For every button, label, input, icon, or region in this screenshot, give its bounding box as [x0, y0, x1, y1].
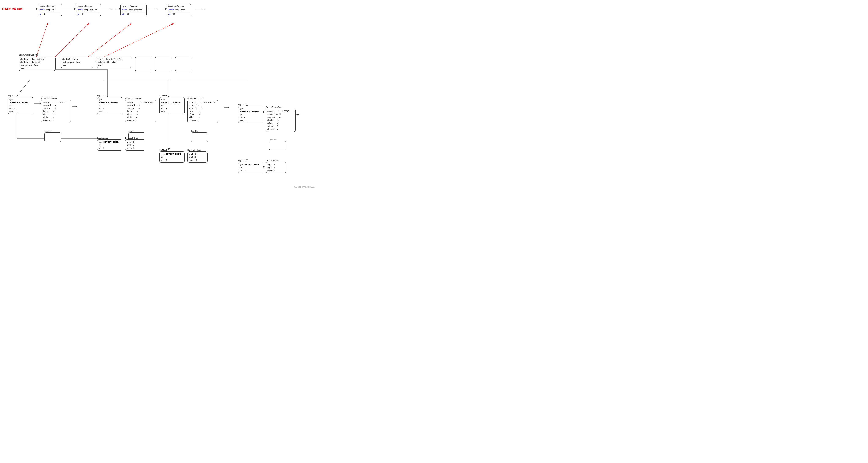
- dcd4-depth: depth 0: [268, 119, 294, 122]
- detect-content-data-4-label: DetectContentData: [266, 106, 282, 108]
- sig-init-data-box-1: id g_http_method_buffer_id id g_http_uri…: [19, 57, 56, 71]
- watermark: CSDN @haclee001: [294, 185, 314, 188]
- detect-content-data-2-label: DetectContentData: [125, 97, 142, 99]
- sm2-idx: idx 2: [99, 107, 121, 110]
- sigmatch5-label: SigMatch: [159, 149, 167, 151]
- sig-init2-field-2: multi_capable false: [62, 61, 92, 64]
- svg-text:......: ......: [109, 8, 113, 10]
- svg-text:......: ......: [155, 8, 159, 10]
- dcd4-len: content_len 3: [268, 113, 294, 116]
- sigmatch3-label: SigMatch: [97, 137, 105, 139]
- detect-content-data-4: content ——> "360" content_len 3 spm_ctx …: [266, 109, 296, 132]
- sm3-type: type DETECT_BSIZE: [99, 141, 121, 143]
- spmctx2-label: SpmCtx: [128, 130, 135, 132]
- sigmatch1-label: SigMatch: [8, 95, 16, 97]
- sm7-type: type DETECT_BSIZE: [240, 163, 262, 166]
- u64d2-mode: mode 0: [189, 158, 206, 162]
- sm1-ctx: ctx: [9, 104, 32, 107]
- sm5-idx: idx 5: [161, 158, 183, 162]
- sig-init-field-2: id g_http_uri_buffer_id: [20, 61, 54, 64]
- sm3-idx: idx 3: [99, 147, 121, 149]
- u64d3-mode: mode 3: [268, 169, 284, 172]
- detect-buffer-type-1: DetectBufferType .name "http_uri" .id 7: [38, 4, 62, 17]
- u64d1-arg1: arg1 9: [127, 141, 144, 143]
- dcd3-content: content ——> "HTTP/1.1": [189, 101, 217, 104]
- dcd3-len: content_len 8: [189, 104, 217, 107]
- sm4-next: next ——: [161, 110, 183, 113]
- sm2-next: next ——: [99, 110, 121, 113]
- dcd4-distance: distance 0: [268, 128, 294, 131]
- sm4-ctx: ctx: [161, 104, 183, 107]
- detect-buffer-title-2: DetectBufferType: [77, 5, 99, 8]
- detect-u64-data-3: arg1 3 arg2 0 mode 3: [266, 162, 286, 173]
- dcd3-within: within 0: [189, 116, 217, 119]
- dcd1-distance: distance 0: [43, 119, 69, 122]
- svg-line-12: [95, 24, 173, 61]
- detect-u64-data-1-label: DetectU64Data: [125, 137, 138, 139]
- sm6-type: type DETECT_CONTENT: [240, 107, 262, 113]
- dcd2-content: content ——> "query.php": [127, 101, 154, 104]
- detect-buffer-name-4: .name "http_host": [168, 8, 190, 11]
- sig-match-4: type DETECT_CONTENT ctx idx 4 next ——: [159, 97, 185, 114]
- detect-content-data-3: content ——> "HTTP/1.1" content_len 8 spm…: [187, 100, 218, 123]
- sig-match-2: type DETECT_CONTENT ctx idx 2 next ——: [97, 97, 122, 114]
- dcd1-spm: spm_ctx 0: [43, 107, 69, 110]
- sig-match-7: type DETECT_BSIZE ctx idx 7: [238, 162, 264, 173]
- dcd2-spm: spm_ctx 0: [127, 107, 154, 110]
- sig-init2-field-1: id g_buffer_id(26): [62, 58, 92, 61]
- dcd2-distance: distance 0: [127, 119, 154, 122]
- sm7-ctx: ctx: [240, 166, 262, 169]
- detect-u64-data-3-label: DetectU64Data: [266, 160, 279, 162]
- detect-buffer-id-3: .id 26: [122, 12, 145, 16]
- dcd3-offset: offset 0: [189, 113, 217, 116]
- sig-init-data-box-6: [175, 57, 192, 71]
- dcd1-len: content_len 4: [43, 104, 69, 107]
- dcd2-len: content_len 9: [127, 104, 154, 107]
- detect-buffer-title-1: DetectBufferType: [39, 5, 60, 8]
- spmctx3-label: SpmCtx: [191, 130, 198, 132]
- spmctx1-label: SpmCtx: [44, 130, 51, 132]
- dcd1-content: content ——> "POST": [43, 101, 69, 104]
- sig-init3-field-2: multi_capable false: [97, 61, 130, 64]
- dcd2-depth: depth 0: [127, 110, 154, 113]
- svg-line-11: [82, 24, 131, 61]
- sm6-ctx: ctx: [240, 113, 262, 116]
- sm7-idx: idx 7: [240, 169, 262, 172]
- sm5-ctx: ctx: [161, 155, 183, 158]
- sm1-type: type DETECT_CONTENT: [9, 98, 32, 104]
- spm-ctx-4: [269, 141, 286, 150]
- detect-buffer-type-3: DetectBufferType .name "http_protocol" .…: [120, 4, 147, 17]
- dcd3-distance: distance 0: [189, 119, 217, 122]
- detect-u64-data-1: arg1 9 arg2 0 mode 3: [125, 139, 145, 151]
- sm1-next: next ——: [9, 110, 32, 113]
- sm1-idx: idx 1: [9, 107, 32, 110]
- detect-buffer-type-2: DetectBufferType .name "http_raw_uri" .i…: [75, 4, 101, 17]
- u64d2-arg2: arg2 0: [189, 155, 206, 158]
- u64d2-arg1: arg1 8: [189, 152, 206, 155]
- sig-init-field-3: multi_capable false: [20, 64, 54, 67]
- sig-init-data-box-5: [155, 57, 172, 71]
- sm6-next: next ——: [240, 119, 262, 122]
- diagram-container: ...... ...... ......: [0, 0, 317, 190]
- detect-buffer-id-4: .id 35: [168, 12, 190, 16]
- u64d1-arg2: arg2 0: [127, 143, 144, 146]
- sm4-idx: idx 4: [161, 107, 183, 110]
- spm-ctx-1: [44, 133, 61, 142]
- sigmatch6-label: SigMatch: [238, 104, 246, 106]
- detect-u64-data-2: arg1 8 arg2 0 mode 0: [187, 151, 208, 163]
- dcd2-within: within 0: [127, 116, 154, 119]
- sig-init3-field-1: id g_http_host_buffer_id(35): [97, 58, 130, 61]
- sig-match-1: type DETECT_CONTENT ctx idx 1 next ——: [8, 97, 33, 114]
- sig-init-data-box-2: id g_buffer_id(26) multi_capable false h…: [61, 57, 93, 68]
- sig-init-data-box-4: [135, 57, 152, 71]
- detect-buffer-title-4: DetectBufferType: [168, 5, 190, 8]
- sig-init3-field-3: head: [97, 64, 130, 67]
- dcd3-depth: depth 0: [189, 110, 217, 113]
- sigmatch7-label: SigMatch: [238, 160, 246, 162]
- u64d3-arg2: arg2 0: [268, 166, 284, 169]
- svg-text:......: ......: [202, 8, 206, 10]
- detect-buffer-title-3: DetectBufferType: [122, 5, 145, 8]
- g-buffer-hash-text: g_buffer_type_hash: [2, 8, 22, 10]
- detect-u64-data-2-label: DetectU64Data: [187, 149, 200, 151]
- dcd3-spm: spm_ctx 0: [189, 107, 217, 110]
